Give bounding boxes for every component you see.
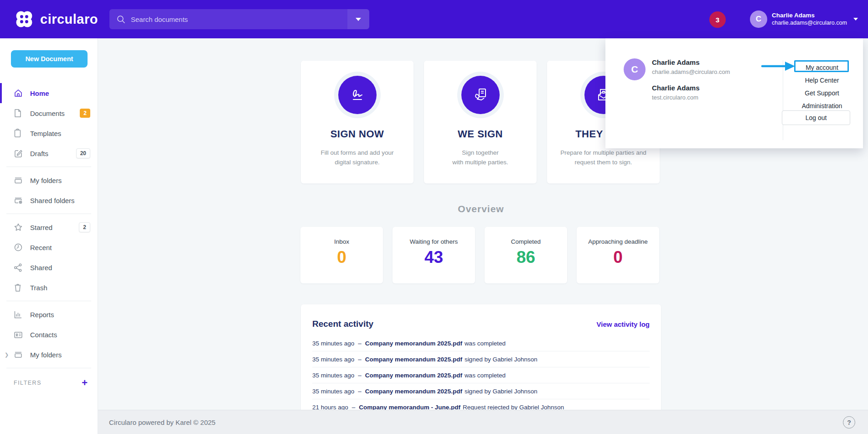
stat-value: 86: [485, 248, 567, 267]
folder-icon: [14, 176, 23, 184]
activity-row[interactable]: 35 minutes ago – Company memorandum 2025…: [312, 383, 650, 399]
sidebar-nav: Home Documents 2 Templates: [0, 83, 98, 388]
sidebar-item-my-folders[interactable]: My folders: [0, 170, 98, 190]
sidebar-item-label: Shared folders: [30, 197, 75, 204]
sidebar-item-contacts[interactable]: Contacts: [0, 324, 98, 345]
account-secondary: Charlie Adams test.circularo.com: [652, 84, 699, 101]
menu-item-help-center[interactable]: Help Center: [795, 74, 849, 87]
brand-logo[interactable]: circularo: [14, 9, 98, 30]
sign-card-title: WE SIGN: [424, 128, 537, 140]
sidebar-item-recent[interactable]: Recent: [0, 237, 98, 257]
avatar: C: [750, 10, 767, 28]
sidebar-item-my-folders-tree[interactable]: ❯ My folders: [0, 345, 98, 365]
sidebar-item-trash[interactable]: Trash: [0, 277, 98, 298]
separator: –: [358, 388, 362, 395]
document-icon: [14, 109, 23, 118]
we-sign-card[interactable]: WE SIGN Sign together with multiple part…: [424, 61, 537, 183]
sidebar-item-templates[interactable]: Templates: [0, 123, 98, 143]
drafts-count-badge: 20: [76, 148, 90, 158]
brand-name: circularo: [40, 12, 98, 27]
separator: –: [358, 356, 362, 363]
user-menu-trigger[interactable]: C Charlie Adams charlie.adams@circularo.…: [750, 10, 858, 28]
activity-time: 35 minutes ago: [312, 372, 354, 379]
separator: –: [358, 340, 362, 347]
sidebar-item-home[interactable]: Home: [0, 83, 98, 103]
account-email: charlie.adams@circularo.com: [652, 68, 730, 75]
activity-time: 35 minutes ago: [312, 340, 354, 347]
shared-folder-icon: [14, 196, 23, 204]
menu-item-get-support[interactable]: Get Support: [795, 87, 849, 99]
footer: Circularo powered by Karel © 2025 ?: [98, 410, 868, 434]
circularo-logo-icon: [14, 9, 35, 30]
help-icon[interactable]: ?: [843, 416, 855, 429]
divider: [783, 60, 783, 140]
stat-label: Approaching deadline: [577, 238, 659, 245]
separator: –: [358, 372, 362, 379]
user-menu-items: My account Help Center Get Support Admin…: [795, 61, 849, 112]
sidebar-item-reports[interactable]: Reports: [0, 304, 98, 324]
view-activity-log-link[interactable]: View activity log: [597, 320, 650, 328]
new-document-button[interactable]: New Document: [11, 50, 88, 68]
activity-action: signed by Gabriel Johnson: [465, 388, 537, 395]
search-input[interactable]: [125, 16, 347, 23]
sign-card-title: SIGN NOW: [301, 128, 413, 140]
contact-card-icon: [14, 331, 23, 339]
top-navbar: circularo 3 C Charlie Adams charlie.adam…: [0, 0, 868, 38]
sidebar-item-drafts[interactable]: Drafts 20: [0, 143, 98, 163]
search-icon: [117, 15, 125, 24]
stat-label: Inbox: [300, 238, 383, 245]
sidebar-item-label: Templates: [30, 130, 61, 137]
sidebar-item-shared[interactable]: Shared: [0, 257, 98, 277]
sidebar: New Document Home Documents 2: [0, 38, 98, 434]
sidebar-item-label: Trash: [30, 284, 47, 292]
notifications-badge[interactable]: 3: [709, 11, 726, 28]
stat-card-completed[interactable]: Completed 86: [485, 227, 567, 283]
divider: [6, 301, 91, 301]
user-dropdown-panel: C Charlie Adams charlie.adams@circularo.…: [605, 38, 863, 148]
home-icon: [14, 89, 23, 98]
activity-action: signed by Gabriel Johnson: [465, 356, 537, 363]
stat-label: Completed: [485, 238, 567, 245]
stat-card-deadline[interactable]: Approaching deadline 0: [577, 227, 659, 283]
add-filter-icon[interactable]: +: [82, 378, 88, 388]
sidebar-item-shared-folders[interactable]: Shared folders: [0, 190, 98, 210]
stat-value: 0: [577, 248, 659, 267]
sidebar-item-label: Drafts: [30, 150, 48, 157]
divider: [6, 167, 91, 167]
chevron-right-icon[interactable]: ❯: [5, 352, 9, 358]
logout-button[interactable]: Log out: [782, 110, 850, 125]
sidebar-item-label: My folders: [30, 177, 62, 184]
sidebar-item-documents[interactable]: Documents 2: [0, 103, 98, 123]
sidebar-item-label: Shared: [30, 264, 52, 272]
search-scope-toggle[interactable]: [347, 9, 369, 29]
share-icon: [14, 263, 23, 272]
stat-value: 0: [300, 248, 383, 267]
trash-icon: [14, 283, 23, 292]
activity-row[interactable]: 35 minutes ago – Company memorandum 2025…: [312, 335, 650, 351]
menu-item-my-account[interactable]: My account: [795, 61, 849, 74]
edit-icon: [14, 149, 23, 158]
stat-card-inbox[interactable]: Inbox 0: [300, 227, 383, 283]
documents-count-badge: 2: [80, 109, 90, 118]
sidebar-item-starred[interactable]: Starred 2: [0, 217, 98, 237]
folder-icon: [14, 350, 23, 359]
activity-action: was completed: [465, 372, 506, 379]
sidebar-item-label: Starred: [30, 224, 52, 231]
sidebar-item-label: Reports: [30, 311, 54, 319]
sign-card-description: Fill out forms and add your digital sign…: [301, 148, 413, 167]
account-name: Charlie Adams: [652, 84, 699, 92]
sign-now-card[interactable]: SIGN NOW Fill out forms and add your dig…: [301, 61, 413, 183]
recent-activity-title: Recent activity: [312, 319, 373, 329]
filters-section: FILTERS +: [0, 371, 98, 388]
sidebar-item-label: Recent: [30, 244, 52, 251]
stat-card-waiting[interactable]: Waiting for others 43: [393, 227, 475, 283]
activity-document-name: Company memorandum 2025.pdf: [365, 356, 462, 363]
overview-title: Overview: [301, 204, 661, 214]
sidebar-item-label: Documents: [30, 110, 65, 117]
starred-count-badge: 2: [79, 222, 90, 232]
activity-row[interactable]: 35 minutes ago – Company memorandum 2025…: [312, 367, 650, 383]
sidebar-item-label: My folders: [30, 351, 62, 359]
stat-label: Waiting for others: [393, 238, 475, 245]
activity-row[interactable]: 35 minutes ago – Company memorandum 2025…: [312, 351, 650, 367]
account-primary: Charlie Adams charlie.adams@circularo.co…: [652, 58, 730, 75]
